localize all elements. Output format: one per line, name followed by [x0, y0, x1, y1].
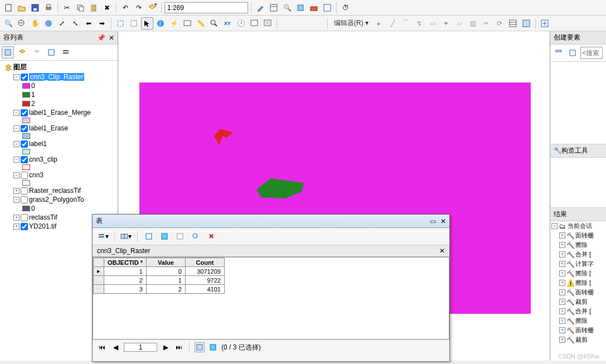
table-tab-name[interactable]: cnn3_Clip_Raster	[97, 247, 150, 255]
layer-checkbox[interactable]	[21, 74, 28, 81]
delete-icon[interactable]: ✖	[101, 2, 113, 14]
layer-checkbox[interactable]	[21, 172, 28, 179]
list-by-visibility-icon[interactable]	[31, 46, 43, 59]
select-features-icon[interactable]	[114, 17, 127, 30]
result-item[interactable]: +🔨擦除	[550, 316, 606, 326]
results-tree[interactable]: −🗂当前会话+🔨面转栅+🔨擦除+🔨合并 [+🔨计算字+🔨擦除 [+⚠️擦除 [+…	[550, 221, 606, 361]
layer-checkbox[interactable]	[21, 214, 28, 221]
toc-root[interactable]: 图层	[0, 62, 118, 72]
attribute-grid[interactable]: OBJECTID *ValueCount▸1030712092197223241…	[93, 258, 225, 294]
expand-toggle[interactable]: −	[13, 110, 20, 116]
edit-arc-icon[interactable]: ⌒	[400, 17, 412, 30]
table-restore-icon[interactable]: ▭	[430, 217, 436, 225]
layer-row[interactable]: − label1_Erase_Merge	[0, 108, 118, 117]
time-icon[interactable]: 🕐	[235, 17, 247, 30]
result-item[interactable]: +🔨面转栅	[550, 231, 606, 240]
expand-toggle[interactable]: −	[13, 74, 20, 80]
sketch-props-icon[interactable]	[520, 17, 532, 30]
expand-toggle[interactable]: +	[13, 224, 20, 230]
layer-row[interactable]: − label1_Erase	[0, 124, 118, 133]
create-search-input[interactable]	[580, 47, 603, 59]
result-item[interactable]: +⚠️擦除 [	[550, 278, 606, 288]
attributes-icon[interactable]	[507, 17, 519, 30]
rotate-icon[interactable]: ⟳	[493, 17, 506, 30]
copy-icon[interactable]	[74, 2, 86, 14]
create-viewer-icon[interactable]	[248, 17, 260, 30]
find-icon[interactable]	[208, 17, 220, 30]
edit-trace-icon[interactable]: ↯	[413, 17, 425, 30]
layer-row[interactable]: − grass2_PolygonTo	[0, 195, 118, 204]
scale-input[interactable]	[164, 2, 248, 13]
identify-icon[interactable]: i	[154, 17, 167, 30]
show-selected-icon[interactable]	[208, 342, 218, 352]
editor-toolbar-icon[interactable]	[254, 2, 266, 14]
full-extent-icon[interactable]	[42, 17, 55, 30]
show-all-icon[interactable]	[195, 342, 205, 352]
html-popup-icon[interactable]	[181, 17, 193, 30]
result-item[interactable]: +🔨裁剪	[550, 335, 606, 344]
result-item[interactable]: +🔨合并 [	[550, 250, 606, 259]
expand-toggle[interactable]: −	[13, 172, 20, 178]
time-slider-icon[interactable]: ⏱	[340, 2, 352, 14]
layer-checkbox[interactable]	[21, 196, 28, 203]
undo-icon[interactable]: ↶	[119, 2, 132, 14]
print-icon[interactable]	[42, 2, 55, 14]
layer-checkbox[interactable]	[21, 125, 28, 132]
clear-selection-icon[interactable]	[128, 17, 140, 30]
redo-icon[interactable]: ↷	[133, 2, 145, 14]
result-item[interactable]: +🔨面转栅	[550, 326, 606, 335]
expand-toggle[interactable]: −	[13, 141, 20, 147]
select-elements-icon[interactable]	[141, 17, 153, 30]
catalog-icon[interactable]	[268, 2, 280, 14]
nav-record-input[interactable]	[124, 343, 157, 352]
fixed-zoom-in-icon[interactable]: ⤢	[56, 17, 68, 30]
arccatalog-icon[interactable]	[294, 2, 307, 14]
result-item[interactable]: +🔨擦除 [	[550, 269, 606, 278]
result-item[interactable]: +🔨擦除	[550, 240, 606, 250]
layer-checkbox[interactable]	[21, 140, 28, 148]
expand-toggle[interactable]: −	[13, 197, 20, 203]
nav-next-icon[interactable]: ▶	[161, 342, 171, 352]
open-icon[interactable]	[16, 2, 28, 14]
edit-vertices-icon[interactable]: ✦	[440, 17, 452, 30]
layer-row[interactable]: − cnn3	[0, 171, 118, 179]
fixed-zoom-out-icon[interactable]: ⤡	[69, 17, 81, 30]
save-icon[interactable]	[29, 2, 41, 14]
measure-icon[interactable]: 📏	[195, 17, 207, 30]
edit-tool-icon[interactable]: ▸	[373, 17, 385, 30]
layer-checkbox[interactable]	[21, 156, 28, 163]
result-item[interactable]: +🔨面转栅	[550, 288, 606, 297]
expand-toggle[interactable]: −	[13, 125, 20, 132]
paste-icon[interactable]	[88, 2, 100, 14]
new-doc-icon[interactable]	[2, 2, 14, 14]
layer-checkbox[interactable]	[21, 109, 28, 117]
options-icon[interactable]	[60, 46, 72, 59]
list-by-selection-icon[interactable]	[45, 46, 57, 59]
filter-icon[interactable]	[552, 47, 565, 59]
nav-last-icon[interactable]: ⏭	[174, 342, 184, 352]
tbl-clear-sel-icon[interactable]	[174, 230, 186, 242]
viewer-window-icon[interactable]	[261, 17, 274, 30]
python-icon[interactable]	[321, 2, 333, 14]
tbl-switch-sel-icon[interactable]	[158, 230, 171, 242]
search-tool-icon[interactable]: 🔍	[281, 2, 293, 14]
back-extent-icon[interactable]: ⬅	[83, 17, 95, 30]
create-features-icon[interactable]	[539, 17, 551, 30]
expand-toggle[interactable]: −	[13, 157, 20, 163]
goto-xy-icon[interactable]: XY	[221, 17, 234, 30]
add-data-icon[interactable]: +	[146, 2, 158, 14]
forward-extent-icon[interactable]: ➡	[96, 17, 108, 30]
toc-pin-close[interactable]: 📌✕	[97, 34, 114, 42]
edit-straight-icon[interactable]: ╱	[386, 17, 399, 30]
layer-row[interactable]: − label1	[0, 139, 118, 148]
nav-prev-icon[interactable]: ◀	[110, 342, 120, 352]
tbl-zoom-sel-icon[interactable]	[190, 230, 202, 242]
filter2-icon[interactable]	[566, 47, 579, 59]
tbl-options-icon[interactable]: ▾	[97, 230, 109, 242]
editor-menu[interactable]: 编辑器(R) ▾	[331, 18, 372, 28]
table-close-icon[interactable]: ✕	[440, 217, 446, 225]
result-item[interactable]: +🔨计算字	[550, 259, 606, 269]
result-item[interactable]: +🔨合并 [	[550, 307, 606, 316]
pan-icon[interactable]: ✋	[29, 17, 41, 30]
tbl-related-icon[interactable]: ▾	[120, 230, 132, 242]
